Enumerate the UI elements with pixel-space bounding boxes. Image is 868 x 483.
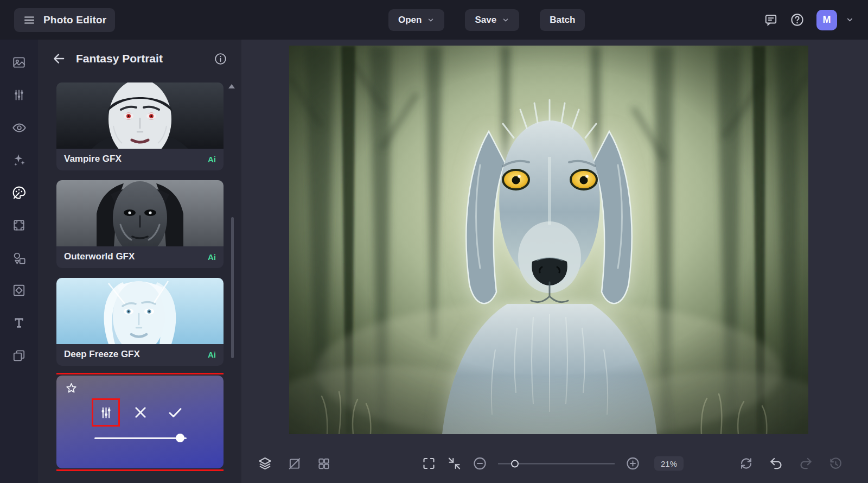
adjustments-icon (12, 88, 26, 102)
app-title-box: Photo Editor (14, 8, 115, 32)
rail-item-overlays[interactable] (0, 339, 38, 372)
selected-filter-card[interactable] (56, 376, 224, 468)
text-icon (12, 316, 26, 330)
layers-button[interactable] (258, 456, 272, 471)
rail-item-effects[interactable] (0, 144, 38, 176)
effects-sparkles-icon (12, 153, 26, 167)
menu-icon (23, 14, 36, 27)
filter-list: Vampire GFX Ai (56, 82, 224, 483)
app-title: Photo Editor (43, 14, 106, 26)
redo-button[interactable] (799, 456, 813, 471)
filter-label-row: Outerworld GFX Ai (56, 246, 224, 268)
open-button-label: Open (398, 15, 422, 26)
filter-thumbnail-outerworld (56, 180, 224, 246)
chevron-down-icon (502, 16, 509, 24)
filter-label-row: Vampire GFX Ai (56, 149, 224, 170)
fit-screen-icon (422, 456, 436, 471)
zoom-slider[interactable] (498, 459, 615, 468)
slider-track (94, 437, 187, 439)
zoom-level-value: 21% (654, 456, 684, 471)
rail-item-frames[interactable] (0, 274, 38, 307)
cancel-button[interactable] (130, 402, 151, 423)
topbar: Photo Editor Open Save Batch M (0, 0, 868, 40)
zoom-out-button[interactable] (473, 456, 487, 471)
avatar-menu-chevron-icon[interactable] (846, 16, 854, 24)
transform-button[interactable] (288, 456, 302, 471)
edited-image-canvas[interactable] (289, 46, 808, 434)
rail-item-adjustments[interactable] (0, 79, 38, 111)
toolbar-history-group (739, 456, 843, 471)
chevron-down-icon (427, 16, 435, 24)
panel-scrollbar-thumb[interactable] (231, 217, 234, 358)
photos-icon (12, 55, 26, 69)
rail-item-text[interactable] (0, 307, 38, 339)
filter-label: Outerworld GFX (64, 251, 135, 262)
filter-thumbnail-deep-freeze (56, 278, 224, 344)
panel-title: Fantasy Portrait (76, 52, 163, 65)
selected-filter-actions (95, 402, 215, 423)
transform-icon (288, 456, 302, 471)
help-icon (790, 12, 805, 27)
batch-button[interactable]: Batch (540, 9, 585, 31)
rail-item-photos[interactable] (0, 46, 38, 79)
ai-badge: Ai (208, 350, 216, 359)
help-button[interactable] (790, 12, 805, 27)
save-button-label: Save (475, 15, 496, 26)
ai-badge: Ai (208, 252, 216, 262)
reset-rotate-icon (739, 456, 754, 471)
rail-item-preview[interactable] (0, 111, 38, 144)
canvas-toolbar: 21% (241, 444, 868, 483)
filter-strength-slider[interactable] (94, 434, 187, 442)
slider-knob[interactable] (176, 434, 184, 442)
history-button[interactable] (828, 456, 843, 471)
filter-card-vampire[interactable]: Vampire GFX Ai (56, 82, 224, 170)
topbar-right-controls: M (764, 10, 854, 30)
adjust-settings-button[interactable] (95, 402, 116, 423)
filter-panel: Fantasy Portrait (38, 40, 241, 483)
rail-item-elements[interactable] (0, 242, 38, 274)
apply-button[interactable] (165, 402, 186, 423)
filter-label: Vampire GFX (64, 154, 122, 164)
feedback-button[interactable] (764, 13, 778, 27)
exit-fullscreen-icon (447, 456, 462, 471)
filter-label-row: Deep Freeze GFX Ai (56, 344, 224, 366)
open-button[interactable]: Open (388, 9, 444, 31)
overlays-icon (12, 348, 26, 363)
apply-icon (167, 404, 183, 421)
filter-card-deep-freeze[interactable]: Deep Freeze GFX Ai (56, 278, 224, 366)
file-actions: Open Save Batch (388, 9, 585, 31)
layers-icon (258, 456, 272, 471)
cancel-icon (133, 405, 148, 420)
back-button[interactable] (52, 52, 66, 66)
info-button[interactable] (214, 52, 227, 66)
tool-rail (0, 40, 38, 483)
grid-view-icon (317, 456, 331, 471)
save-button[interactable]: Save (465, 9, 519, 31)
scroll-up-arrow[interactable] (228, 84, 235, 88)
toolbar-zoom-group: 21% (422, 456, 684, 471)
favorite-star-icon (65, 382, 78, 395)
toolbar-left-group (258, 456, 331, 471)
preview-eye-icon (12, 120, 27, 135)
zoom-in-button[interactable] (626, 456, 640, 471)
exit-fullscreen-button[interactable] (447, 456, 462, 471)
menu-button[interactable] (23, 14, 36, 27)
avatar[interactable]: M (816, 10, 837, 30)
filter-thumbnail-vampire (56, 82, 224, 149)
filter-card-outerworld[interactable]: Outerworld GFX Ai (56, 180, 224, 268)
reset-rotate-button[interactable] (739, 456, 754, 471)
main-row: Fantasy Portrait (0, 40, 868, 483)
history-icon (828, 456, 843, 471)
batch-button-label: Batch (550, 15, 575, 26)
undo-button[interactable] (769, 456, 783, 471)
fit-screen-button[interactable] (422, 456, 436, 471)
rail-item-canvas[interactable] (0, 209, 38, 242)
filter-label: Deep Freeze GFX (64, 349, 140, 360)
back-arrow-icon (52, 52, 66, 66)
rail-item-filters[interactable] (0, 176, 38, 209)
favorite-button[interactable] (65, 382, 78, 395)
paint-palette-icon (11, 185, 27, 200)
grid-view-button[interactable] (317, 456, 331, 471)
zoom-slider-knob[interactable] (511, 460, 519, 467)
frames-icon (12, 283, 26, 297)
